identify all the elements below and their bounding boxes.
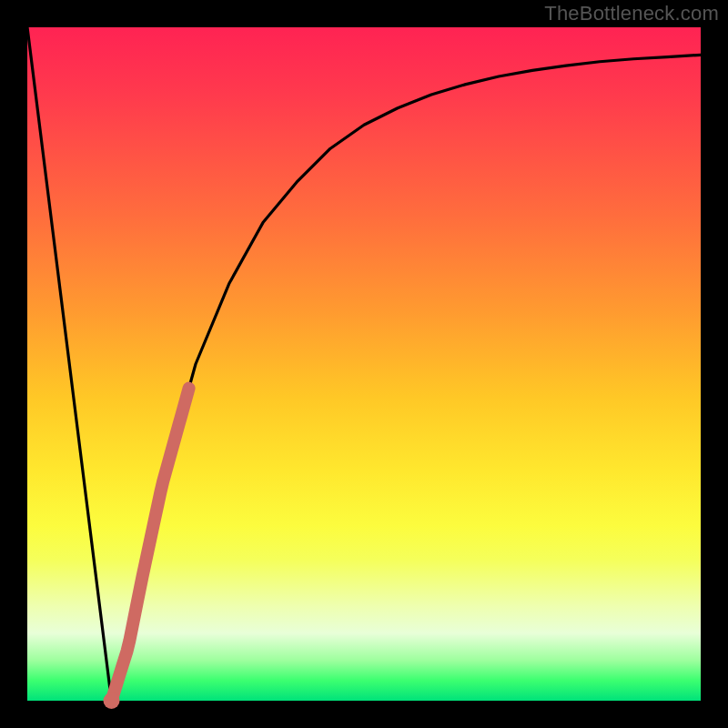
curve-minimum-marker bbox=[104, 693, 120, 709]
highlight-segment bbox=[112, 389, 189, 701]
bottleneck-curve-path bbox=[27, 27, 701, 701]
chart-container: TheBottleneck.com bbox=[0, 0, 728, 728]
plot-area bbox=[27, 27, 701, 701]
bottleneck-curve-svg bbox=[27, 27, 701, 701]
watermark-text: TheBottleneck.com bbox=[544, 2, 719, 25]
